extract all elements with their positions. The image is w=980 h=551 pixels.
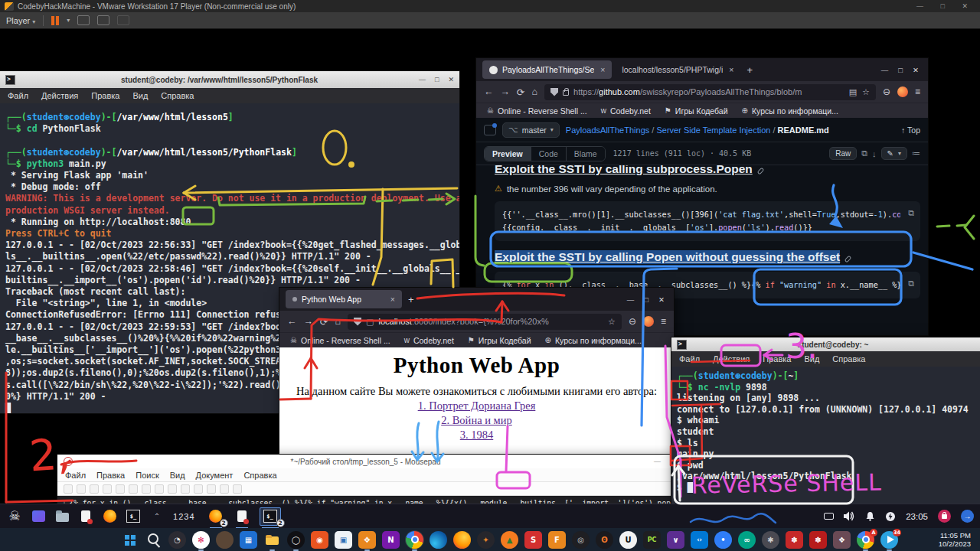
- open-icon[interactable]: [77, 484, 86, 494]
- tmenu-item[interactable]: Действия: [713, 354, 750, 364]
- bookmark-star-icon[interactable]: ☆: [862, 87, 870, 97]
- firefox-window-button[interactable]: 2: [207, 507, 224, 526]
- display-settings-icon[interactable]: [824, 513, 834, 520]
- tab-localhost-phptwig[interactable]: localhost/lesson5/PHPTwig/i ×: [615, 60, 740, 79]
- close-file-icon[interactable]: [129, 484, 138, 494]
- page-info-icon[interactable]: ▢: [366, 317, 374, 327]
- breadcrumb-part[interactable]: PayloadsAllTheThings: [566, 126, 649, 135]
- branch-selector[interactable]: ⌥master▾: [502, 122, 560, 138]
- download-icon[interactable]: ↓: [872, 149, 877, 158]
- player-menu[interactable]: Player ▾: [6, 16, 35, 25]
- go-to-line-icon[interactable]: [233, 484, 242, 494]
- power-manager-icon[interactable]: [885, 511, 896, 522]
- volume-icon[interactable]: [844, 511, 855, 521]
- panel-chevron-icon[interactable]: ⌃: [149, 507, 165, 526]
- ring-app-icon[interactable]: ◯: [287, 531, 305, 549]
- reload-icon[interactable]: ⟳: [320, 316, 328, 328]
- breadcrumb-part[interactable]: Server Side Template Injection: [656, 126, 770, 135]
- terminal1-titlebar[interactable]: > student@codeby: /var/www/html/lesson5/…: [0, 71, 459, 88]
- tmenu-item[interactable]: Правка: [763, 354, 791, 364]
- top-link[interactable]: ↑ Top: [901, 126, 920, 135]
- tab-payloadsallthethings[interactable]: PayloadsAllTheThings/Se ×: [482, 60, 612, 79]
- reload-icon[interactable]: [116, 484, 125, 494]
- tracking-shield-icon[interactable]: [354, 318, 361, 326]
- edit-button[interactable]: ✎▾: [881, 147, 907, 160]
- mpmenu-item[interactable]: Документ: [196, 471, 234, 480]
- redo-icon[interactable]: [155, 484, 164, 494]
- calendar-icon[interactable]: ▦: [240, 531, 257, 549]
- firefox-launcher-icon[interactable]: [101, 507, 118, 526]
- arrows-app-icon[interactable]: ✥: [358, 531, 376, 549]
- search-icon[interactable]: [207, 484, 216, 494]
- tab-close-icon[interactable]: ×: [729, 65, 733, 74]
- bookmark-item[interactable]: wCodeby.net: [601, 106, 651, 116]
- vpn-status-icon[interactable]: →: [961, 510, 974, 523]
- tmenu-item[interactable]: Правка: [91, 91, 119, 100]
- carrot-icon[interactable]: ▲: [501, 531, 518, 549]
- screen-lock-icon[interactable]: [938, 510, 951, 523]
- pycharm-icon[interactable]: PC: [643, 531, 661, 549]
- bookmark-star-icon[interactable]: ☆: [608, 317, 616, 327]
- copy-icon[interactable]: [181, 484, 190, 494]
- copy-raw-icon[interactable]: ⧉: [861, 148, 867, 158]
- suspend-vm-icon[interactable]: [51, 16, 59, 25]
- vmware-window-controls[interactable]: — □ ✕: [916, 2, 975, 10]
- menu-hamburger-icon[interactable]: ≡: [661, 316, 666, 327]
- tmenu-item[interactable]: Справка: [832, 354, 865, 364]
- vscode-icon[interactable]: ‹›: [691, 531, 708, 549]
- terminal-window-button[interactable]: 2: [260, 507, 281, 526]
- link-icon[interactable]: [756, 168, 764, 175]
- suspend-dropdown-icon[interactable]: ▾: [67, 17, 70, 24]
- save-as-icon[interactable]: [103, 484, 112, 494]
- forward-icon[interactable]: →: [304, 316, 314, 327]
- notifications-bell-icon[interactable]: [865, 511, 875, 521]
- book-link[interactable]: 3. 1984: [279, 429, 674, 442]
- webapp-window-controls[interactable]: —□✕: [627, 295, 668, 304]
- back-icon[interactable]: ←: [287, 316, 297, 327]
- tmenu-item[interactable]: Вид: [804, 354, 819, 364]
- breadcrumb-part[interactable]: README.md: [778, 126, 829, 135]
- replace-icon[interactable]: [220, 484, 229, 494]
- shotcut-icon[interactable]: S: [524, 531, 542, 549]
- ssti-popen-offset-heading[interactable]: Exploit the SSTI by calling Popen withou…: [495, 250, 840, 264]
- hornet-icon[interactable]: ✱: [762, 531, 779, 549]
- obs-icon[interactable]: ◎: [572, 531, 590, 549]
- slack-icon[interactable]: ✻: [192, 531, 210, 549]
- copy-code-icon[interactable]: ⧉: [908, 207, 914, 220]
- reader-mode-icon[interactable]: ▤: [849, 87, 857, 97]
- bookmark-item[interactable]: ⊕Курсы по информаци...: [545, 336, 642, 345]
- red-gear-icon[interactable]: ✽: [786, 531, 803, 549]
- camtasia-icon[interactable]: ∞: [738, 531, 756, 549]
- account-avatar[interactable]: [897, 86, 908, 97]
- outline-icon[interactable]: ≔: [912, 148, 920, 158]
- url-bar[interactable]: https://github.com/swisskyrepo/PayloadsA…: [544, 84, 876, 100]
- breadcrumb[interactable]: PayloadsAllTheThings / Server Side Templ…: [566, 126, 829, 135]
- back-icon[interactable]: ←: [484, 86, 494, 97]
- bookmark-item[interactable]: ⚑Игры Кодебай: [468, 336, 531, 345]
- vm-clock[interactable]: 23:05: [906, 512, 928, 521]
- terminal-launcher-icon[interactable]: [125, 507, 142, 526]
- bookmark-item[interactable]: wCodeby.net: [404, 336, 454, 345]
- virtualbox-icon[interactable]: ▣: [335, 531, 352, 549]
- file-explorer-icon[interactable]: [263, 531, 281, 549]
- app-grid-icon[interactable]: [30, 507, 47, 526]
- tmenu-item[interactable]: Файл: [8, 91, 28, 100]
- tmenu-item[interactable]: Справка: [161, 91, 194, 100]
- tab-close-icon[interactable]: ×: [600, 65, 605, 74]
- mpmenu-item[interactable]: Поиск: [136, 471, 158, 480]
- fullscreen-icon[interactable]: [97, 15, 109, 25]
- tmenu-item[interactable]: Файл: [679, 354, 700, 364]
- book-link[interactable]: 2. Война и мир: [279, 414, 674, 427]
- url-bar[interactable]: ▢ localhost:8080/index?book={%%20for%20x…: [348, 314, 622, 330]
- ghseg[interactable]: Preview: [485, 147, 531, 161]
- sidebar-toggle-icon[interactable]: [484, 125, 496, 135]
- account-avatar[interactable]: [643, 316, 654, 327]
- copy-code-icon[interactable]: ⧉: [908, 277, 914, 290]
- windows-clock[interactable]: 11:05 PM 10/2/2023: [939, 531, 971, 548]
- ws-num[interactable]: 4: [189, 512, 194, 521]
- bookmark-item[interactable]: ☠Online - Reverse Shell ...: [290, 336, 390, 345]
- davinci-icon[interactable]: ✦: [477, 531, 495, 549]
- reload-icon[interactable]: ⟳: [517, 86, 524, 98]
- ssti-subprocess-heading[interactable]: Exploit the SSTI by calling subprocess.P…: [495, 165, 920, 176]
- mousepad-launcher-icon[interactable]: [77, 507, 94, 526]
